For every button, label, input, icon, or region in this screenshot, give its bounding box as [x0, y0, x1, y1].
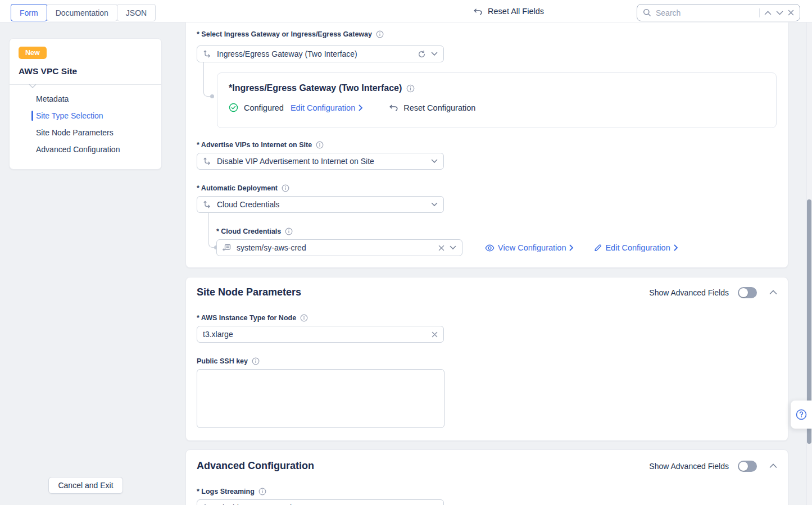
field-label: * AWS Instance Type for Node: [197, 314, 308, 322]
gateway-card-title-text: *Ingress/Egress Gateway (Two Interface): [229, 83, 402, 93]
cancel-and-exit-button[interactable]: Cancel and Exit: [48, 477, 123, 494]
search-icon: [643, 8, 651, 17]
chevron-right-icon: [359, 104, 363, 111]
logs-streaming-select[interactable]: Disable Logs Streaming: [197, 499, 444, 505]
connector-line: [203, 62, 211, 97]
field-label: * Automatic Deployment: [197, 184, 289, 192]
divider: [10, 84, 161, 85]
field-label: * Select Ingress Gateway or Ingress/Egre…: [197, 30, 384, 38]
edit-cloud-credentials-link[interactable]: Edit Configuration: [594, 243, 678, 252]
sidebar-item-site-node-parameters[interactable]: Site Node Parameters: [19, 124, 152, 141]
cloud-credentials-value: system/sy-aws-cred: [237, 243, 433, 252]
chevron-up-icon: [769, 463, 777, 468]
info-icon[interactable]: [316, 141, 324, 149]
instance-type-field: [197, 326, 444, 343]
toggle-knob: [739, 288, 748, 297]
tab-json[interactable]: JSON: [117, 4, 156, 21]
chevron-down-icon: [431, 159, 438, 163]
field-label: Public SSH key: [197, 357, 260, 365]
view-tabs: Form Documentation JSON: [11, 4, 156, 21]
info-icon[interactable]: [376, 30, 384, 38]
chevron-down-icon: [431, 52, 438, 56]
gateway-card-title: *Ingress/Egress Gateway (Two Interface): [229, 83, 765, 93]
tab-documentation[interactable]: Documentation: [47, 4, 117, 21]
gateway-config-card: *Ingress/Egress Gateway (Two Interface) …: [217, 72, 777, 128]
refresh-icon[interactable]: [418, 50, 426, 58]
info-icon[interactable]: [282, 184, 289, 192]
ingress-gateway-select[interactable]: Ingress/Egress Gateway (Two Interface): [197, 46, 444, 62]
site-type-selection-card: * Select Ingress Gateway or Ingress/Egre…: [185, 22, 788, 268]
oneof-selector-icon: [203, 157, 212, 166]
caret-down-icon: [29, 84, 37, 88]
logs-streaming-label: * Logs Streaming: [197, 488, 255, 495]
question-icon: [795, 408, 808, 421]
section-header: Site Node Parameters Show Advanced Field…: [197, 286, 777, 298]
search-clear-button[interactable]: [788, 10, 794, 16]
advertise-vips-value: Disable VIP Advertisement to Internet on…: [217, 157, 426, 166]
divider: [759, 8, 760, 17]
toggle-knob: [739, 462, 748, 471]
info-icon[interactable]: [285, 228, 293, 235]
help-button[interactable]: [791, 401, 812, 429]
automatic-deployment-label: * Automatic Deployment: [197, 184, 278, 192]
info-icon[interactable]: [406, 84, 415, 93]
collapse-section-button[interactable]: [769, 463, 777, 468]
sidebar-item-site-type-selection[interactable]: Site Type Selection: [19, 107, 152, 124]
undo-icon: [473, 7, 483, 16]
info-icon[interactable]: [258, 488, 266, 495]
advanced-fields-control: Show Advanced Fields: [649, 287, 777, 298]
collapse-section-button[interactable]: [769, 290, 777, 295]
scrollbar-track[interactable]: [806, 22, 812, 505]
chevron-right-icon: [569, 244, 574, 251]
automatic-deployment-select[interactable]: Cloud Credentials: [197, 196, 444, 213]
sidebar-item-advanced-configuration[interactable]: Advanced Configuration: [19, 141, 152, 158]
field-label: * Cloud Credentials: [216, 228, 293, 235]
instance-type-label: * AWS Instance Type for Node: [197, 314, 296, 322]
instance-type-input[interactable]: [203, 330, 427, 339]
show-advanced-label: Show Advanced Fields: [649, 288, 729, 297]
ssh-key-textarea[interactable]: [197, 369, 444, 428]
chevron-down-icon: [450, 245, 456, 250]
advertise-vips-select[interactable]: Disable VIP Advertisement to Internet on…: [197, 153, 444, 170]
ssh-key-label: Public SSH key: [197, 357, 248, 365]
reset-configuration-button[interactable]: Reset Configuration: [389, 103, 475, 112]
tab-form[interactable]: Form: [11, 4, 47, 21]
object-reference-icon: [223, 243, 232, 252]
search-next-button[interactable]: [776, 11, 783, 15]
search-prev-button[interactable]: [764, 11, 772, 15]
sidebar-item-metadata[interactable]: Metadata: [19, 90, 152, 107]
section-header: Advanced Configuration Show Advanced Fie…: [197, 460, 777, 472]
reset-configuration-label: Reset Configuration: [403, 103, 475, 112]
advanced-fields-control: Show Advanced Fields: [649, 461, 777, 472]
undo-icon: [389, 103, 398, 112]
field-label: * Logs Streaming: [197, 488, 266, 495]
advanced-heading: Advanced Configuration: [197, 460, 314, 472]
chevron-down-icon: [431, 202, 438, 207]
new-badge: New: [19, 47, 47, 59]
chevron-up-icon: [769, 290, 777, 295]
show-advanced-toggle[interactable]: [738, 287, 757, 298]
reset-all-fields-button[interactable]: Reset All Fields: [473, 0, 544, 22]
show-advanced-toggle[interactable]: [738, 461, 757, 472]
view-configuration-link[interactable]: View Configuration: [485, 243, 574, 252]
gateway-status-row: Configured Edit Configuration Reset Conf…: [229, 103, 765, 112]
view-configuration-label: View Configuration: [498, 243, 566, 252]
automatic-deployment-value: Cloud Credentials: [217, 200, 426, 209]
search-box: [637, 4, 800, 21]
info-icon[interactable]: [252, 357, 260, 365]
reset-all-fields-label: Reset All Fields: [488, 7, 544, 16]
site-node-parameters-card: Site Node Parameters Show Advanced Field…: [185, 277, 788, 441]
cloud-credentials-label: * Cloud Credentials: [216, 228, 281, 235]
top-bar: Form Documentation JSON Reset All Fields: [0, 0, 812, 22]
content-area: New AWS VPC Site Metadata Site Type Sele…: [0, 22, 812, 505]
connector-line: [208, 213, 215, 248]
clear-icon[interactable]: [432, 331, 438, 338]
info-icon[interactable]: [300, 314, 308, 322]
sidebar-title: AWS VPC Site: [19, 66, 152, 76]
edit-configuration-link[interactable]: Edit Configuration: [291, 103, 363, 112]
clear-icon[interactable]: [438, 245, 444, 251]
oneof-selector-icon: [203, 200, 212, 209]
cloud-credentials-select[interactable]: system/sy-aws-cred: [216, 239, 462, 256]
search-input[interactable]: [656, 8, 755, 17]
edit-cloud-credentials-label: Edit Configuration: [605, 243, 670, 252]
